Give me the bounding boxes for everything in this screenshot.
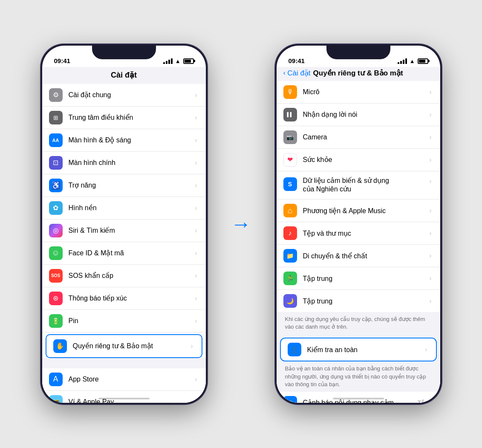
chevron-icon: › [195,204,197,212]
left-nav-title: Cài đặt [111,71,137,79]
back-chevron[interactable]: ‹ [283,69,286,77]
label-man-hinh-do-sang: Màn hình & Độ sáng [69,136,195,144]
label-cai-dat-chung: Cài đặt chung [69,91,195,99]
row-tro-nang[interactable]: ♿ Trợ năng › [42,174,206,197]
chevron-icon: › [195,376,197,383]
back-label[interactable]: Cài đặt [287,69,310,78]
notch-right [326,46,390,59]
navigation-arrow: → [224,212,258,236]
label-app-store: App Store [69,375,195,383]
icon-siri: ◎ [49,224,63,237]
row-tap-trung[interactable]: 🌙 Tập trung › [277,290,440,312]
row-phuong-tien[interactable]: ♪ Tệp và thư mục › [277,222,440,245]
battery-icon-right [418,58,428,64]
row-trung-tam[interactable]: ⊞ Trung tâm điều khiển › [42,107,206,129]
status-time-right: 09:41 [289,57,305,64]
chevron-icon: › [195,227,197,234]
right-scroll: ‹ Cài đặt Quyền riêng tư & Bảo mật 🎙 Mic… [277,67,440,403]
notch [92,46,156,59]
row-tep[interactable]: 📁 Di chuyển & thể chất › [277,245,440,267]
label-suc-khoe: Sức khỏe [303,156,430,164]
label-canh-bao: Cảnh báo nội dung nhạy cảm [303,399,418,402]
row-nhan-dang[interactable]: ▌▌ Nhận dạng lời nói › [277,104,440,126]
row-siri[interactable]: ◎ Siri & Tìm kiếm › [42,220,206,242]
scene: 09:41 ▲ Cài đặt [41,44,442,404]
icon-wallpaper: ✿ [49,201,63,215]
icon-music: ♪ [283,226,297,240]
home-indicator [98,398,150,399]
icon-control-center: ⊞ [49,111,63,124]
label-face-id: Face ID & Mật mã [69,249,195,257]
icon-display: AA [49,133,63,147]
row-micro[interactable]: 🎙 Micrô › [277,81,440,104]
label-tro-nang: Trợ năng [69,181,195,189]
status-time-left: 09:41 [54,57,70,64]
icon-contact-tracing: ⊛ [49,292,63,305]
row-sos[interactable]: SOS SOS khẩn cấp › [42,265,206,287]
icon-battery: 🔋 [49,314,63,328]
chevron-icon: › [195,249,197,257]
row-man-hinh-do-sang[interactable]: AA Màn hình & Độ sáng › [42,129,206,152]
label-phuong-tien: Tệp và thư mục [303,229,430,237]
row-cai-dat-chung[interactable]: ⚙ Cài đặt chung › [42,84,206,107]
icon-camera: 📷 [283,130,297,144]
icon-homekit: ⌂ [283,204,297,217]
left-phone: 09:41 ▲ Cài đặt [41,44,207,404]
arrow-icon: → [231,212,251,236]
icon-health: ❤ [283,153,297,167]
row-thong-bao[interactable]: ⊛ Thông báo tiếp xúc › [42,287,206,310]
row-hinh-nen[interactable]: ✿ Hình nền › [42,197,206,220]
icon-sos: SOS [49,269,63,283]
right-phone: 09:41 ▲ ‹ [275,44,442,404]
icon-home-screen: ⊡ [49,156,63,170]
label-siri: Siri & Tìm kiếm [69,226,195,234]
row-suc-khoe[interactable]: ❤ Sức khỏe › [277,149,440,171]
chevron-icon: › [429,229,431,237]
label-tap-trung: Tập trung [303,297,430,305]
section-description: Khi các ứng dụng yêu cầu truy cập, chúng… [277,312,440,334]
row-vi-apple-pay[interactable]: 💳 Ví & Apple Pay › [42,391,206,403]
icon-accessibility: ♿ [49,179,63,192]
row-app-store[interactable]: A App Store › [42,368,206,391]
icon-wallet: 💳 [49,395,63,403]
label-kiem-tra-an-toan: Kiểm tra an toàn [307,346,425,354]
chevron-icon: › [429,252,431,260]
label-man-hinh-chinh: Màn hình chính [69,159,195,167]
signal-icon [163,58,173,64]
icon-fitness: 🏃 [283,272,297,285]
label-hinh-nen: Hình nền [69,204,195,212]
label-pin: Pin [69,317,195,325]
chevron-icon: › [195,159,197,167]
icon-files: 📁 [283,249,297,263]
row-camera[interactable]: 📷 Camera › [277,126,440,149]
row-homekit[interactable]: ⌂ Phương tiện & Apple Music › [277,199,440,222]
label-du-lieu: Dữ liệu cảm biến & sử dụngcủa Nghiên cứu [303,176,430,194]
wifi-icon: ▲ [175,58,181,64]
label-nhan-dang: Nhận dạng lời nói [303,110,430,119]
chevron-icon: › [195,136,197,144]
kiemtra-description: Bảo vệ an toàn cá nhân của bạn bằng cách… [277,361,440,392]
wifi-icon-right: ▲ [410,58,415,64]
chevron-icon: › [195,114,197,121]
row-kiem-tra-an-toan[interactable]: 👤 Kiểm tra an toàn › [280,338,437,361]
chevron-icon: › [429,111,431,119]
row-di-chuyen[interactable]: 🏃 Tập trung › [277,267,440,290]
icon-microphone: 🎙 [283,85,297,99]
icon-sensitive-content: 👁 [283,396,297,402]
chevron-icon: › [195,295,197,302]
row-du-lieu[interactable]: S Dữ liệu cảm biến & sử dụngcủa Nghiên c… [277,171,440,200]
row-face-id[interactable]: ☺ Face ID & Mật mã › [42,242,206,265]
chevron-icon: › [195,91,197,99]
row-pin[interactable]: 🔋 Pin › [42,310,206,332]
icon-face-id: ☺ [49,246,63,260]
label-tep: Di chuyển & thể chất [303,252,430,260]
left-scroll: Cài đặt ⚙ Cài đặt chung › ⊞ Trung tâm đi… [42,67,206,403]
icon-focus: 🌙 [283,294,297,308]
row-man-hinh-chinh[interactable]: ⊡ Màn hình chính › [42,152,206,174]
icon-speech: ▌▌ [283,108,297,121]
chevron-icon: › [195,182,197,189]
label-micro: Micrô [303,88,430,96]
left-section-1: ⚙ Cài đặt chung › ⊞ Trung tâm điều khiển… [42,84,206,358]
label-quyen-rieng-tu: Quyền riêng tư & Bảo mật [73,342,191,350]
row-quyen-rieng-tu[interactable]: ✋ Quyền riêng tư & Bảo mật › [46,334,202,358]
